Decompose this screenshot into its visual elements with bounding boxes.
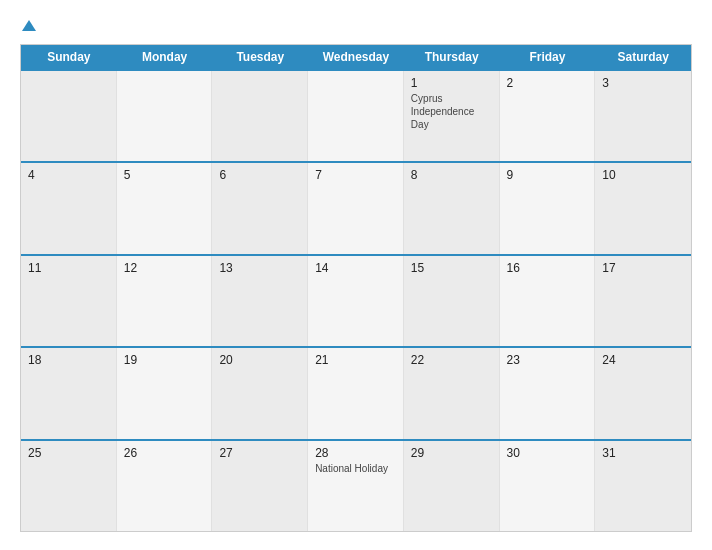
day-number: 8 xyxy=(411,168,492,182)
calendar-cell: 14 xyxy=(308,256,404,346)
day-number: 14 xyxy=(315,261,396,275)
day-number: 24 xyxy=(602,353,684,367)
day-number: 19 xyxy=(124,353,205,367)
calendar-cell: 6 xyxy=(212,163,308,253)
weekday-header: Saturday xyxy=(595,45,691,69)
calendar-cell: 28National Holiday xyxy=(308,441,404,531)
day-number: 13 xyxy=(219,261,300,275)
calendar-cell: 9 xyxy=(500,163,596,253)
logo-triangle-icon xyxy=(22,20,36,31)
day-number: 7 xyxy=(315,168,396,182)
calendar-cell: 27 xyxy=(212,441,308,531)
day-number: 18 xyxy=(28,353,109,367)
calendar-body: 1Cyprus Independence Day2345678910111213… xyxy=(21,69,691,531)
holiday-label: National Holiday xyxy=(315,462,396,475)
calendar-week: 18192021222324 xyxy=(21,346,691,438)
logo-text xyxy=(20,18,36,34)
day-number: 20 xyxy=(219,353,300,367)
calendar-cell: 23 xyxy=(500,348,596,438)
calendar-cell: 16 xyxy=(500,256,596,346)
calendar-week: 1Cyprus Independence Day23 xyxy=(21,69,691,161)
calendar-page: SundayMondayTuesdayWednesdayThursdayFrid… xyxy=(0,0,712,550)
weekday-header: Friday xyxy=(500,45,596,69)
day-number: 27 xyxy=(219,446,300,460)
calendar-cell xyxy=(212,71,308,161)
weekday-header: Thursday xyxy=(404,45,500,69)
day-number: 30 xyxy=(507,446,588,460)
calendar-week: 25262728National Holiday293031 xyxy=(21,439,691,531)
calendar-cell: 1Cyprus Independence Day xyxy=(404,71,500,161)
weekday-header: Monday xyxy=(117,45,213,69)
day-number: 29 xyxy=(411,446,492,460)
day-number: 23 xyxy=(507,353,588,367)
calendar-week: 11121314151617 xyxy=(21,254,691,346)
calendar-cell: 13 xyxy=(212,256,308,346)
calendar-cell xyxy=(308,71,404,161)
calendar-cell: 19 xyxy=(117,348,213,438)
calendar-cell: 3 xyxy=(595,71,691,161)
day-number: 3 xyxy=(602,76,684,90)
calendar-cell: 22 xyxy=(404,348,500,438)
calendar-cell: 12 xyxy=(117,256,213,346)
calendar-cell: 11 xyxy=(21,256,117,346)
day-number: 21 xyxy=(315,353,396,367)
calendar-cell xyxy=(117,71,213,161)
logo xyxy=(20,18,36,34)
weekday-header: Sunday xyxy=(21,45,117,69)
calendar-cell: 15 xyxy=(404,256,500,346)
calendar-cell: 31 xyxy=(595,441,691,531)
calendar-cell: 20 xyxy=(212,348,308,438)
page-header xyxy=(20,18,692,34)
calendar-cell: 8 xyxy=(404,163,500,253)
calendar-cell: 2 xyxy=(500,71,596,161)
calendar: SundayMondayTuesdayWednesdayThursdayFrid… xyxy=(20,44,692,532)
calendar-cell: 26 xyxy=(117,441,213,531)
calendar-cell: 4 xyxy=(21,163,117,253)
calendar-cell: 10 xyxy=(595,163,691,253)
weekday-header: Tuesday xyxy=(212,45,308,69)
calendar-cell: 17 xyxy=(595,256,691,346)
calendar-cell: 21 xyxy=(308,348,404,438)
day-number: 10 xyxy=(602,168,684,182)
day-number: 26 xyxy=(124,446,205,460)
day-number: 4 xyxy=(28,168,109,182)
day-number: 28 xyxy=(315,446,396,460)
calendar-cell: 29 xyxy=(404,441,500,531)
day-number: 31 xyxy=(602,446,684,460)
calendar-cell: 24 xyxy=(595,348,691,438)
calendar-week: 45678910 xyxy=(21,161,691,253)
calendar-cell: 5 xyxy=(117,163,213,253)
holiday-label: Cyprus Independence Day xyxy=(411,92,492,131)
calendar-cell: 7 xyxy=(308,163,404,253)
day-number: 17 xyxy=(602,261,684,275)
day-number: 16 xyxy=(507,261,588,275)
day-number: 5 xyxy=(124,168,205,182)
day-number: 15 xyxy=(411,261,492,275)
calendar-header: SundayMondayTuesdayWednesdayThursdayFrid… xyxy=(21,45,691,69)
calendar-cell: 25 xyxy=(21,441,117,531)
day-number: 9 xyxy=(507,168,588,182)
calendar-cell xyxy=(21,71,117,161)
day-number: 1 xyxy=(411,76,492,90)
day-number: 2 xyxy=(507,76,588,90)
calendar-cell: 30 xyxy=(500,441,596,531)
day-number: 12 xyxy=(124,261,205,275)
day-number: 6 xyxy=(219,168,300,182)
calendar-cell: 18 xyxy=(21,348,117,438)
day-number: 22 xyxy=(411,353,492,367)
weekday-header: Wednesday xyxy=(308,45,404,69)
day-number: 11 xyxy=(28,261,109,275)
day-number: 25 xyxy=(28,446,109,460)
